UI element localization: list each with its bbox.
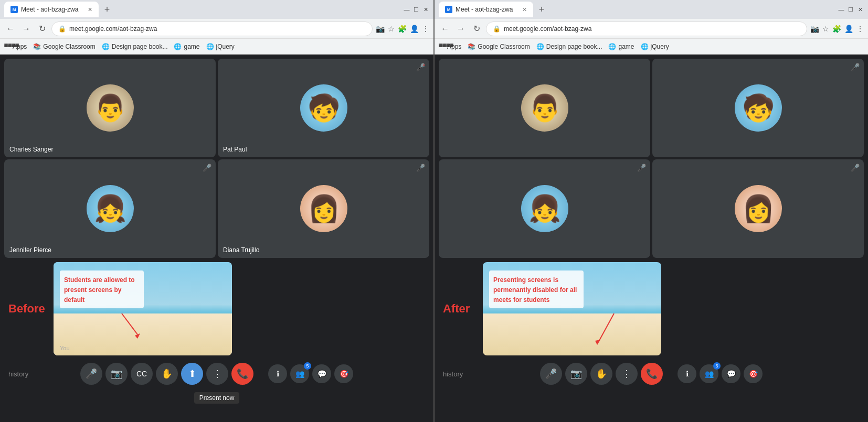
left-activities-btn[interactable]: 🎯 [334, 364, 353, 383]
left-addr-icons: 📷 ☆ 🧩 👤 ⋮ [376, 25, 429, 33]
left-present-btn[interactable]: ⬆ [181, 363, 203, 385]
left-title-bar: M Meet - aot-bzag-zwa ✕ + — ☐ ✕ [0, 0, 433, 19]
left-captions-btn[interactable]: CC [131, 363, 153, 385]
right-hand-btn[interactable]: ✋ [590, 363, 612, 385]
right-chat-btn[interactable]: 💬 [722, 364, 740, 383]
bm-classroom-icon: 📚 [33, 43, 41, 50]
right-arrow [588, 308, 630, 350]
right-avatar-charles: 👨 [521, 84, 568, 132]
left-url-box[interactable]: 🔒 meet.google.com/aot-bzag-zwa [51, 21, 373, 36]
svg-line-0 [122, 313, 137, 334]
right-more-icon[interactable]: ⋮ [856, 25, 864, 33]
left-hand-btn[interactable]: ✋ [156, 363, 178, 385]
left-url-text: meet.google.com/aot-bzag-zwa [69, 25, 157, 33]
right-maximize-btn[interactable]: ☐ [847, 6, 854, 13]
right-bookmarks-bar: ⬛⬛⬛⬛ Apps 📚 Google Classroom 🌐 Design pa… [435, 39, 868, 55]
left-screen-preview: Students are allowed to present screens … [54, 262, 232, 355]
left-annotation-label: Before [8, 302, 45, 316]
right-more-btn[interactable]: ⋮ [616, 363, 638, 385]
right-forward-btn[interactable]: → [454, 24, 467, 34]
right-star-icon[interactable]: ☆ [822, 25, 829, 33]
left-mic-btn[interactable]: 🎤 [80, 363, 102, 385]
right-meet-bottom: history 🎤 📷 ✋ ⋮ 📞 ℹ 👥 5 💬 [439, 360, 864, 391]
right-pat-mic-icon: 🎤 [851, 63, 860, 71]
bm-apps[interactable]: ⬛⬛⬛⬛ Apps [4, 43, 27, 50]
diana-name: Diana Trujillo [223, 246, 259, 254]
right-tile-pat: 🎤 🧒 [652, 59, 864, 157]
svg-marker-3 [595, 340, 600, 345]
right-reload-btn[interactable]: ↻ [470, 24, 483, 34]
left-you-label: You [60, 345, 70, 351]
profile-icon[interactable]: 👤 [410, 25, 419, 33]
close-btn[interactable]: ✕ [422, 6, 429, 13]
right-mic-btn[interactable]: 🎤 [540, 363, 562, 385]
right-tile-jennifer: 🎤 👧 [439, 159, 650, 258]
right-controls-wrapper: history 🎤 📷 ✋ ⋮ 📞 ℹ 👥 5 💬 [439, 360, 864, 391]
right-bm-classroom[interactable]: 📚 Google Classroom [468, 43, 530, 50]
avatar-diana: 👩 [300, 185, 347, 232]
right-active-tab[interactable]: M Meet - aot-bzag-zwa ✕ [439, 2, 533, 17]
bm-classroom-label: Google Classroom [43, 43, 95, 50]
right-minimize-btn[interactable]: — [838, 6, 845, 13]
right-extensions-icon[interactable]: 🧩 [832, 25, 841, 33]
bm-classroom[interactable]: 📚 Google Classroom [33, 43, 95, 50]
right-new-tab-btn[interactable]: + [535, 4, 548, 15]
bm-apps-label: Apps [13, 43, 27, 50]
avatar-pat: 🧒 [300, 84, 347, 132]
right-info-btn[interactable]: ℹ [678, 364, 696, 383]
right-addr-icons: 📷 ☆ 🧩 👤 ⋮ [810, 25, 864, 33]
jennifer-mic-icon: 🎤 [203, 164, 211, 172]
right-end-btn[interactable]: 📞 [641, 363, 663, 385]
left-end-btn[interactable]: 📞 [231, 363, 253, 385]
left-chat-btn[interactable]: 💬 [312, 364, 331, 383]
right-diana-avatar-img: 👩 [742, 193, 775, 224]
left-more-btn[interactable]: ⋮ [206, 363, 228, 385]
right-back-btn[interactable]: ← [439, 24, 451, 34]
left-active-tab[interactable]: M Meet - aot-bzag-zwa ✕ [4, 2, 99, 17]
bm-game[interactable]: 🌐 game [174, 43, 199, 50]
more-icon[interactable]: ⋮ [422, 25, 429, 33]
star-icon[interactable]: ☆ [388, 25, 395, 33]
charles-name: Charles Sanger [9, 146, 53, 153]
right-bm-design[interactable]: 🌐 Design page book... [536, 43, 602, 50]
left-info-btn[interactable]: ℹ [268, 364, 287, 383]
forward-btn[interactable]: → [20, 24, 33, 34]
right-pat-avatar-img: 🧒 [742, 93, 775, 123]
right-bm-apps[interactable]: ⬛⬛⬛⬛ Apps [439, 43, 461, 50]
right-profile-icon[interactable]: 👤 [844, 25, 853, 33]
minimize-btn[interactable]: — [403, 6, 410, 13]
left-controls-wrapper: history 🎤 📷 CC ✋ ⬆ ⋮ 📞 ℹ 👥 5 [4, 360, 429, 404]
right-camera-icon[interactable]: 📷 [810, 25, 819, 33]
right-avatar-jennifer: 👧 [521, 185, 568, 232]
right-close-btn[interactable]: ✕ [856, 6, 864, 13]
maximize-btn[interactable]: ☐ [412, 6, 420, 13]
pat-name: Pat Paul [223, 146, 247, 153]
right-tab-close[interactable]: ✕ [522, 6, 527, 13]
reload-btn[interactable]: ↻ [36, 24, 48, 34]
right-bm-game-icon: 🌐 [608, 43, 616, 50]
bm-design[interactable]: 🌐 Design page book... [102, 43, 168, 50]
right-camera-btn[interactable]: 📷 [565, 363, 587, 385]
bm-jquery[interactable]: 🌐 jQuery [206, 43, 235, 50]
jennifer-name: Jennifer Pierce [9, 246, 51, 254]
right-diana-mic-icon: 🎤 [851, 164, 860, 172]
left-new-tab-btn[interactable]: + [101, 4, 113, 15]
right-bm-game[interactable]: 🌐 game [608, 43, 634, 50]
back-btn[interactable]: ← [4, 24, 17, 34]
right-tile-charles: 👨 [439, 59, 650, 157]
left-camera-btn[interactable]: 📷 [105, 363, 128, 385]
camera-icon[interactable]: 📷 [376, 25, 385, 33]
right-bm-design-label: Design page book... [546, 43, 602, 50]
right-avatar-diana: 👩 [735, 185, 782, 232]
right-activities-btn[interactable]: 🎯 [744, 364, 763, 383]
left-meet-bottom: history 🎤 📷 CC ✋ ⬆ ⋮ 📞 ℹ 👥 5 [4, 360, 429, 391]
left-tab-close[interactable]: ✕ [88, 6, 92, 13]
right-bm-jquery[interactable]: 🌐 jQuery [641, 43, 669, 50]
extensions-icon[interactable]: 🧩 [398, 25, 407, 33]
right-url-box[interactable]: 🔒 meet.google.com/aot-bzag-zwa [486, 21, 807, 36]
avatar-jennifer: 👧 [87, 185, 134, 232]
right-screen-preview: Presenting screens is permenantly disabl… [483, 262, 661, 355]
left-tab-title: Meet - aot-bzag-zwa [21, 6, 78, 13]
right-people-badge: 5 [713, 362, 721, 370]
svg-line-2 [598, 313, 614, 342]
